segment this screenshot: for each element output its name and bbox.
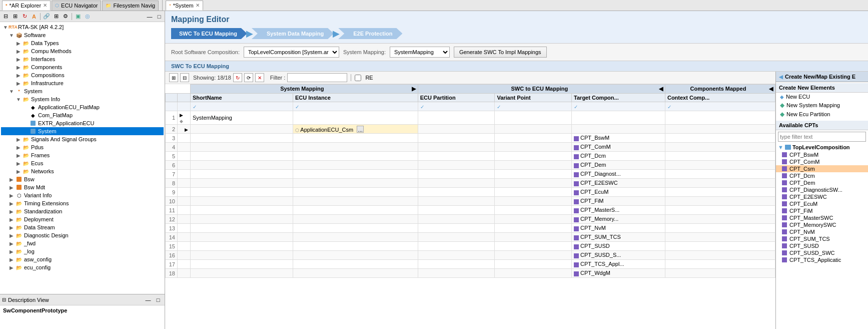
table-row[interactable]: 14CPT_SUM_TCS: [166, 233, 775, 242]
filter-shortname[interactable]: ✓: [193, 104, 197, 110]
table-row[interactable]: 18CPT_WdgM: [166, 269, 775, 278]
col-variant[interactable]: Variant Point: [495, 94, 572, 102]
tab-filesystem[interactable]: 📁 Filesystem Navig: [102, 1, 159, 11]
diagdesign-expand[interactable]: ▶: [8, 233, 15, 238]
tree-node-frames[interactable]: ▶ 📂 Frames: [1, 151, 164, 159]
tree-node-bsw[interactable]: ▶ Bsw: [1, 175, 164, 183]
ecus-expand[interactable]: ▶: [15, 161, 22, 166]
tree-node-std[interactable]: ▶ 📂 Standardization: [1, 207, 164, 215]
tree-node-extrappecu[interactable]: EXTR_ApplicationECU: [1, 119, 164, 127]
filter-context[interactable]: ✓: [667, 104, 671, 110]
table-row[interactable]: 10CPT_FiM: [166, 197, 775, 206]
tree-node-comflatmap[interactable]: ◆ Com_FlatMap: [1, 111, 164, 119]
table-row[interactable]: 17CPT_TCS_Appl...: [166, 260, 775, 269]
tb-refresh-btn[interactable]: ↻: [233, 73, 242, 82]
nav-btn[interactable]: ◎: [83, 12, 92, 21]
asw-expand[interactable]: ▶: [8, 257, 15, 262]
tree-node-networks[interactable]: ▶ 📂 Networks: [1, 167, 164, 175]
refresh-btn[interactable]: ↻: [20, 12, 29, 21]
cpt-filter-input[interactable]: [778, 132, 866, 142]
table-row[interactable]: 2 ▶ ⬡ ApplicationECU_Csm ...: [166, 125, 775, 134]
datatypes-expand[interactable]: ▶: [15, 41, 22, 46]
re-checkbox[interactable]: [355, 75, 361, 81]
filter-btn[interactable]: A: [30, 12, 39, 21]
filter-partition[interactable]: ✓: [420, 104, 424, 110]
tree-node-timing[interactable]: ▶ 📂 Timing Extensions: [1, 199, 164, 207]
tree-node-infrastructure[interactable]: ▶ 📂 Infrastructure: [1, 79, 164, 87]
table-row[interactable]: 5CPT_Dcm: [166, 152, 775, 161]
desc-max-btn[interactable]: □: [154, 295, 163, 304]
datastream-expand[interactable]: ▶: [8, 225, 15, 230]
tab-ecu-navigator[interactable]: ⬡ ECU Navigator: [52, 1, 101, 11]
cpt-dem[interactable]: CPT_Dem: [776, 179, 868, 186]
filter-input[interactable]: [287, 73, 347, 82]
row-expand-1[interactable]: ▶ ◆: [178, 111, 191, 125]
tree-node-system-pkg[interactable]: ▼ * System: [1, 87, 164, 95]
root-comp-select[interactable]: TopLevelComposition [System.ar: [244, 47, 339, 58]
tree-node-log[interactable]: ▶ 📂 _log: [1, 247, 164, 255]
signals-expand[interactable]: ▶: [15, 137, 22, 142]
green-btn[interactable]: ▣: [74, 12, 83, 21]
tree-area[interactable]: ▼ RTA RTA-SK [AR 4.2.2] ▼ 📦 Software ▶ 📂…: [0, 22, 165, 294]
col-ecu-partition[interactable]: ECU Partition: [418, 94, 495, 102]
tree-root[interactable]: ▼ RTA RTA-SK [AR 4.2.2]: [1, 23, 164, 31]
view-btn[interactable]: ⊞: [52, 12, 61, 21]
sysinfo-expand[interactable]: ▼: [15, 97, 22, 102]
system-expand[interactable]: ▼: [8, 89, 15, 94]
cpt-dcm[interactable]: CPT_Dcm: [776, 172, 868, 179]
tree-node-fwd[interactable]: ▶ 📂 _fwd: [1, 239, 164, 247]
cpt-memory[interactable]: CPT_MemorySWC: [776, 221, 868, 228]
std-expand[interactable]: ▶: [8, 209, 15, 214]
table-row[interactable]: 3CPT_BswM: [166, 134, 775, 143]
tree-node-compu[interactable]: ▶ 📂 Compu Methods: [1, 47, 164, 55]
bsw-expand[interactable]: ▶: [8, 177, 15, 182]
infra-expand[interactable]: ▶: [15, 81, 22, 86]
cpt-susd[interactable]: CPT_SUSD: [776, 242, 868, 249]
tree-node-datatypes[interactable]: ▶ 📂 Data Types: [1, 39, 164, 47]
tb-sync-btn[interactable]: ⟳: [244, 73, 253, 82]
table-row[interactable]: 6CPT_Dem: [166, 161, 775, 170]
interfaces-expand[interactable]: ▶: [15, 57, 22, 62]
cpt-bswm[interactable]: CPT_BswM: [776, 151, 868, 158]
system-tab-close[interactable]: ✕: [196, 3, 200, 8]
tree-node-interfaces[interactable]: ▶ 📂 Interfaces: [1, 55, 164, 63]
max-btn[interactable]: □: [155, 12, 164, 21]
close-icon[interactable]: ✕: [43, 3, 47, 8]
cpt-ecum[interactable]: CPT_EcuM: [776, 200, 868, 207]
tree-node-bswmdt[interactable]: ▶ Bsw Mdt: [1, 183, 164, 191]
tree-node-signals[interactable]: ▶ 📂 Signals And Signal Groups: [1, 135, 164, 143]
col-context[interactable]: Context Comp...: [665, 94, 775, 102]
generate-btn[interactable]: Generate SWC To Impl Mappings: [454, 47, 547, 58]
sys-mapping-select[interactable]: SystemMapping: [390, 47, 450, 58]
table-row[interactable]: 13CPT_NvM: [166, 224, 775, 233]
tree-node-components[interactable]: ▶ 📂 Components: [1, 63, 164, 71]
tree-node-system-selected[interactable]: System: [1, 127, 164, 135]
ecu-picker-btn[interactable]: ...: [357, 126, 364, 133]
col-ecu-instance[interactable]: ECU Instance: [293, 94, 418, 102]
settings-btn[interactable]: ⚙: [61, 12, 70, 21]
deploy-expand[interactable]: ▶: [8, 217, 15, 222]
tree-node-ecus[interactable]: ▶ 📂 Ecus: [1, 159, 164, 167]
step-data-mapping[interactable]: System Data Mapping: [252, 28, 334, 39]
cpt-susd-swc[interactable]: CPT_SUSD_SWC: [776, 249, 868, 256]
table-row[interactable]: 4CPT_ComM: [166, 143, 775, 152]
cpt-csm[interactable]: CPT_Csm: [776, 165, 868, 172]
pdus-expand[interactable]: ▶: [15, 145, 22, 150]
tb-plus-btn[interactable]: ⊞: [169, 73, 178, 82]
cpt-tcs[interactable]: CPT_TCS_Applicatic: [776, 256, 868, 263]
table-row[interactable]: 7CPT_Diagnost...: [166, 170, 775, 179]
collapse-all-btn[interactable]: ⊟: [1, 12, 10, 21]
cpt-sumtcs[interactable]: CPT_SUM_TCS: [776, 235, 868, 242]
table-row[interactable]: 11CPT_MasterS...: [166, 206, 775, 215]
software-expand[interactable]: ▼: [8, 33, 15, 38]
col-target[interactable]: Target Compon...: [572, 94, 665, 102]
tree-node-datastream[interactable]: ▶ 📂 Data Stream: [1, 223, 164, 231]
compositions-expand[interactable]: ▶: [15, 73, 22, 78]
tree-node-sysinfo[interactable]: ▼ 📂 System Info: [1, 95, 164, 103]
desc-min-btn[interactable]: —: [144, 295, 153, 304]
row-expand-2[interactable]: ▶: [178, 125, 191, 134]
filter-ecu[interactable]: ✓: [295, 104, 299, 110]
step-swc-ecu[interactable]: SWC To ECU Mapping: [171, 28, 247, 39]
tree-node-diagdesign[interactable]: ▶ 📂 Diagnostic Design: [1, 231, 164, 239]
table-row[interactable]: 8CPT_E2ESWC: [166, 179, 775, 188]
